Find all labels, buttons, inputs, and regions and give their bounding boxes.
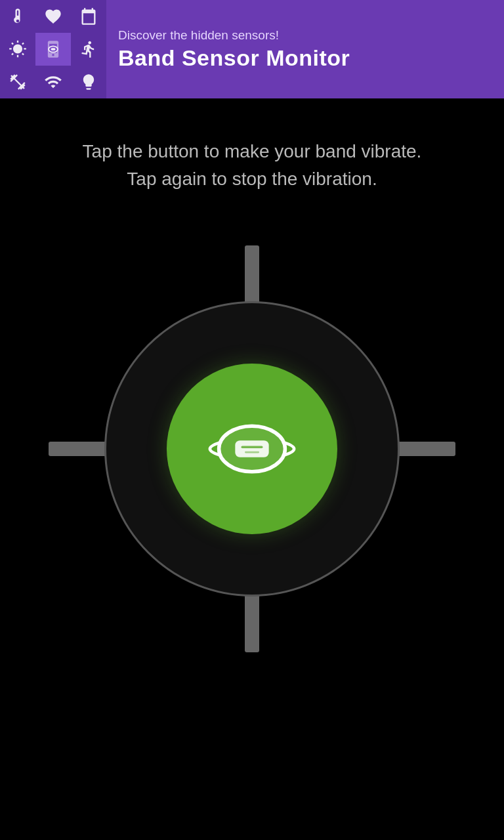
sidebar-item-exercise[interactable]: [0, 66, 35, 98]
heart-rate-icon: [44, 7, 62, 26]
header-text-area: Discover the hidden sensors! Band Sensor…: [106, 0, 504, 98]
sidebar-item-heart-rate[interactable]: [35, 0, 71, 33]
lightbulb-icon: [79, 73, 98, 91]
header: Discover the hidden sensors! Band Sensor…: [0, 0, 504, 98]
sidebar-item-lightbulb[interactable]: [71, 66, 106, 98]
header-subtitle: Discover the hidden sensors!: [118, 28, 504, 43]
exercise-icon: [9, 73, 27, 91]
running-icon: [79, 40, 98, 58]
main-content: Tap the button to make your band vibrate…: [0, 98, 504, 840]
calendar-icon: [79, 7, 98, 26]
sidebar-item-running[interactable]: [71, 33, 106, 66]
crosshair-bottom: [245, 587, 259, 652]
vibrate-container: [49, 245, 455, 652]
sidebar-item-signal[interactable]: [35, 66, 71, 98]
crosshair-right: [390, 442, 455, 456]
band-active-icon: [44, 40, 62, 58]
header-title: Band Sensor Monitor: [118, 45, 504, 71]
vibrate-button[interactable]: [167, 364, 337, 534]
instruction-line1: Tap the button to make your band vibrate…: [83, 141, 422, 161]
svg-rect-6: [245, 452, 259, 453]
sidebar-item-band[interactable]: [35, 33, 71, 66]
sidebar-item-calendar[interactable]: [71, 0, 106, 33]
svg-rect-1: [51, 48, 56, 51]
sidebar-icons: [0, 0, 106, 98]
brightness-icon: [9, 40, 27, 58]
sidebar-item-brightness[interactable]: [0, 33, 35, 66]
svg-rect-5: [242, 446, 263, 448]
outer-ring: [104, 301, 400, 597]
instruction-text: Tap the button to make your band vibrate…: [56, 138, 448, 193]
signal-icon: [44, 73, 62, 91]
sidebar-item-thermometer[interactable]: [0, 0, 35, 33]
thermometer-icon: [9, 7, 27, 26]
instruction-line2: Tap again to stop the vibration.: [127, 169, 377, 189]
svg-rect-4: [235, 440, 268, 457]
band-button-icon: [203, 413, 301, 485]
